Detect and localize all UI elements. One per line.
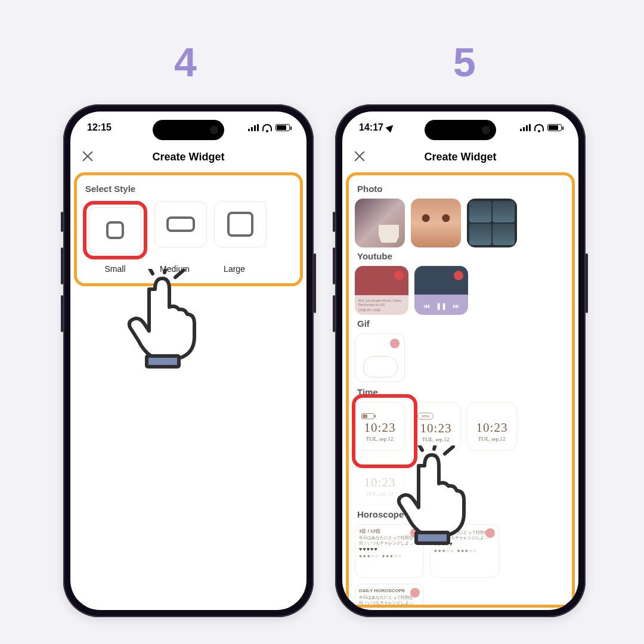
- phone-side-button: [61, 247, 63, 284]
- horoscope-meter: ●●●○○ ●●●○○: [359, 553, 420, 559]
- gif-widget-option[interactable]: [355, 333, 405, 382]
- square-icon: [106, 221, 124, 239]
- time-value: 10:23: [364, 420, 396, 435]
- time-date: TUE, sep.12: [366, 491, 394, 497]
- phone-side-button: [586, 253, 588, 313]
- horoscope-text: 今日はあなたにとって特別な日！いつもチャレンジしよ…: [359, 595, 420, 605]
- nav-bar: Create Widget: [342, 144, 578, 170]
- battery-icon: [275, 124, 290, 131]
- status-time: 12:15: [87, 122, 112, 133]
- style-option-small[interactable]: [83, 201, 147, 259]
- time-date: TUE, sep.12: [422, 437, 450, 442]
- youtube-footer: ONE BY ONE: [358, 308, 405, 312]
- horoscope-widget-option[interactable]: DAILY HOROSCOPE 今日はあなたにとって特別な日！いつもチャレンジし…: [355, 584, 424, 608]
- hearts-icon: ♥♥♥♥♥: [359, 606, 420, 608]
- nav-bar: Create Widget: [70, 144, 306, 170]
- large-square-icon: [227, 212, 253, 237]
- step-number-4: 4: [174, 39, 197, 85]
- dynamic-island: [153, 120, 224, 140]
- phone-side-button: [333, 247, 335, 284]
- time-widget-option[interactable]: 10:23 TUE, sep.12: [355, 457, 405, 506]
- phone-screen: 14:17 Create Widget Photo Youtub: [342, 112, 578, 610]
- photo-widget-option[interactable]: [355, 199, 405, 247]
- horoscope-meter: ●●●○○ ●●●○○: [434, 548, 495, 553]
- pause-icon: ❚❚: [436, 302, 447, 310]
- step-number-5: 5: [453, 39, 476, 85]
- rectangle-icon: [166, 216, 195, 232]
- horoscope-text: 今日はあなたにとって特別な日！いつもチャレンジしよ…: [434, 530, 495, 540]
- prev-icon: ⏮: [423, 302, 430, 310]
- horoscope-text: 今日はあなたにとって特別な日！いつもチャレンジしよ…: [359, 535, 420, 546]
- dynamic-island: [425, 120, 496, 140]
- horoscope-rank: 1位 / 12位: [359, 528, 420, 534]
- style-option-large[interactable]: [214, 201, 267, 259]
- time-date: TUE, sep.12: [478, 436, 506, 442]
- time-widget-option[interactable]: 10:23 TUE, sep.12: [467, 402, 517, 451]
- photo-widget-option[interactable]: [467, 199, 517, 247]
- youtube-widget-option[interactable]: ⏮ ❚❚ ⏭: [414, 266, 468, 315]
- time-widget-option[interactable]: 10:23 TUE, sep.12: [355, 402, 405, 451]
- horoscope-widget-option[interactable]: 1位 / 12位 今日はあなたにとって特別な日！いつもチャレンジしよ… ♥♥♥♥…: [355, 524, 424, 578]
- nav-title: Create Widget: [425, 151, 497, 163]
- phone-frame-step4: 12:15 Create Widget Select Style: [63, 104, 314, 617]
- wifi-icon: [262, 124, 272, 131]
- youtube-widget-option[interactable]: #01 1st Single Music Video Performed in …: [355, 266, 408, 315]
- phone-side-button: [333, 295, 335, 332]
- section-heading-time: Time: [357, 387, 378, 397]
- section-heading-photo: Photo: [357, 184, 564, 194]
- horoscope-widget-option[interactable]: 今日はあなたにとって特別な日！いつもチャレンジしよ… ♥♥♥♥♥ ●●●○○ ●…: [430, 524, 499, 578]
- style-option-medium[interactable]: [154, 201, 207, 259]
- cellular-icon: [520, 124, 531, 131]
- section-heading-youtube: Youtube: [357, 251, 564, 261]
- hearts-icon: ♥♥♥♥♥: [434, 541, 495, 547]
- time-date: TUE, sep.12: [366, 436, 394, 442]
- battery-icon: [547, 124, 562, 131]
- phone-side-button: [333, 212, 335, 232]
- phone-side-button: [314, 253, 316, 313]
- section-heading-gif: Gif: [357, 318, 564, 329]
- section-heading-horoscope: Horoscope: [357, 509, 564, 519]
- phone-side-button: [61, 295, 63, 332]
- time-value: 10:23: [364, 475, 396, 490]
- battery-icon: [361, 413, 374, 419]
- wifi-icon: [534, 124, 544, 131]
- close-icon[interactable]: [81, 150, 94, 163]
- location-arrow-icon: [385, 123, 395, 133]
- youtube-caption: #01 1st Single Music Video: [358, 299, 405, 303]
- youtube-caption: Performed in US: [358, 303, 405, 307]
- highlight-widget-list: Photo Youtube #01 1st Single Music Video…: [346, 172, 575, 608]
- phone-screen: 12:15 Create Widget Select Style: [70, 112, 306, 610]
- horoscope-rank: DAILY HOROSCOPE: [359, 588, 420, 593]
- style-label-medium: Medium: [148, 264, 201, 274]
- next-icon: ⏭: [453, 302, 459, 310]
- section-heading-select-style: Select Style: [85, 184, 292, 194]
- phone-frame-step5: 14:17 Create Widget Photo Youtub: [335, 104, 586, 617]
- phone-side-button: [61, 212, 63, 232]
- style-label-large: Large: [208, 264, 261, 274]
- hearts-icon: ♥♥♥♥♥: [359, 547, 420, 552]
- photo-widget-option[interactable]: [411, 199, 461, 247]
- battery-pill: 33%: [417, 413, 434, 420]
- close-icon[interactable]: [353, 150, 366, 163]
- cellular-icon: [248, 124, 259, 131]
- time-value: 10:23: [476, 420, 508, 435]
- highlight-select-style: Select Style Small Medium Large: [74, 172, 303, 286]
- status-time: 14:17: [359, 122, 383, 133]
- nav-title: Create Widget: [153, 151, 225, 163]
- time-widget-option[interactable]: 33% 10:23 TUE, sep.12: [411, 402, 461, 451]
- style-label-small: Small: [89, 264, 141, 274]
- time-value: 10:23: [420, 421, 452, 436]
